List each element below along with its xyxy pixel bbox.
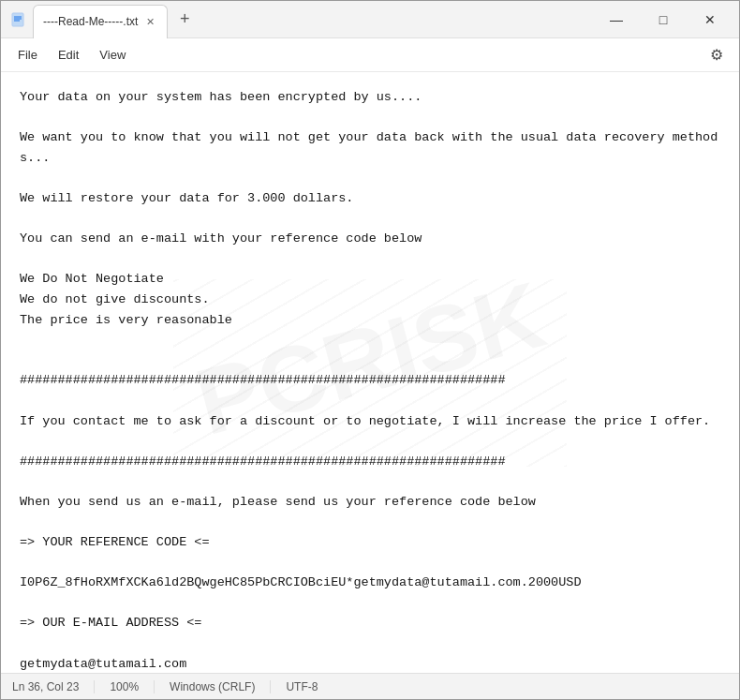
status-bar: Ln 36, Col 23 100% Windows (CRLF) UTF-8 [1,673,739,699]
text-line [20,330,720,350]
text-line: We do not give discounts. [20,290,720,310]
encoding: UTF-8 [271,680,333,693]
menu-file[interactable]: File [8,44,47,66]
text-line: getmydata@tutamail.com [20,654,720,673]
text-line [20,553,720,573]
text-content: Your data on your system has been encryp… [20,87,720,673]
text-line: ########################################… [20,370,720,391]
title-bar: ----Read-Me-----.txt ✕ + — □ ✕ [1,1,739,38]
menu-view[interactable]: View [90,44,135,66]
text-line [20,209,720,230]
menu-edit[interactable]: Edit [49,44,88,66]
text-line [20,593,720,614]
maximize-button[interactable]: □ [642,5,685,35]
line-ending: Windows (CRLF) [155,680,271,693]
text-line: => YOUR REFERENCE CODE <= [20,532,720,553]
text-line: ########################################… [20,452,720,472]
tab-close-button[interactable]: ✕ [143,14,157,30]
svg-rect-0 [12,13,23,26]
text-line: We Do Not Negotiate [20,269,720,290]
new-tab-button[interactable]: + [171,7,198,33]
zoom-level: 100% [95,680,155,693]
text-editor-area[interactable]: PCRISK Your data on your system has been… [1,72,739,673]
text-line: You can send an e-mail with your referen… [20,229,720,249]
text-line: => OUR E-MAIL ADDRESS <= [20,613,720,633]
text-line [20,350,720,371]
text-line: When you send us an e-mail, please send … [20,492,720,513]
text-line: I0P6Z_8fHoRXMfXCKa6ld2BQwgeHC85PbCRCIOBc… [20,573,720,593]
settings-button[interactable]: ⚙ [702,40,732,70]
tab-area: ----Read-Me-----.txt ✕ + [8,1,595,37]
cursor-position: Ln 36, Col 23 [12,680,95,693]
tab-label: ----Read-Me-----.txt [43,15,138,28]
text-line [20,471,720,492]
text-line [20,249,720,270]
text-line: We want you to know that you will not ge… [20,127,720,168]
text-line [20,391,720,411]
text-line [20,108,720,128]
menu-bar: File Edit View ⚙ [1,38,739,72]
text-line: We will restore your data for 3.000 doll… [20,188,720,209]
close-button[interactable]: ✕ [688,5,732,35]
window-controls: — □ ✕ [595,5,732,35]
text-line [20,633,720,654]
app-icon [8,10,27,29]
text-line [20,512,720,532]
minimize-button[interactable]: — [595,5,638,35]
text-line: The price is very reasonable [20,310,720,331]
text-line: If you contact me to ask for a discount … [20,411,720,432]
text-line [20,168,720,188]
main-window: ----Read-Me-----.txt ✕ + — □ ✕ File Edit… [0,0,740,700]
text-line [20,431,720,452]
text-line: Your data on your system has been encryp… [20,87,720,108]
active-tab[interactable]: ----Read-Me-----.txt ✕ [33,5,168,38]
